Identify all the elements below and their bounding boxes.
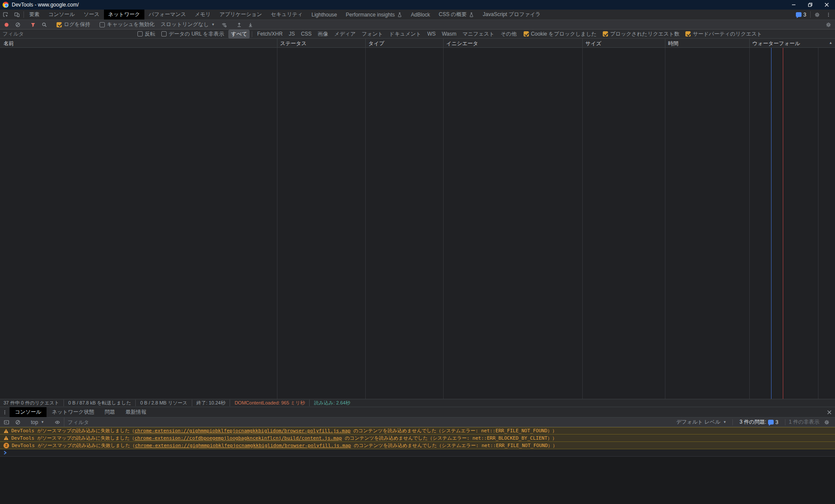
network-filter-input[interactable] xyxy=(3,31,133,37)
column-divider[interactable] xyxy=(443,39,444,47)
source-map-link[interactable]: chrome-extension://cofdbpoegempjloogbagk… xyxy=(134,435,342,441)
issues-counter-button[interactable]: 3 xyxy=(793,10,809,20)
column-header-status[interactable]: ステータス xyxy=(280,40,307,47)
console-warning-row[interactable]: 2 DevTools がソースマップの読み込みに失敗しました（chrome-ex… xyxy=(0,442,835,449)
tab-application[interactable]: アプリケーション xyxy=(215,10,267,20)
tab-bar-right-controls: 3 xyxy=(793,10,835,20)
requests-count: 37 件中 0 件のリクエスト xyxy=(0,400,63,406)
chip-media[interactable]: メディア xyxy=(332,30,358,39)
restore-button[interactable] xyxy=(802,0,818,10)
blocked-requests-checkbox[interactable]: ブロックされたリクエスト数 xyxy=(601,30,681,38)
network-settings-gear-icon[interactable] xyxy=(824,21,833,29)
source-map-link[interactable]: chrome-extension://gighmmpiobklfepjocnam… xyxy=(135,443,351,448)
warning-triangle-icon xyxy=(3,428,9,434)
chip-fetch-xhr[interactable]: Fetch/XHR xyxy=(254,30,285,38)
disable-cache-checkbox[interactable]: キャッシュを無効化 xyxy=(98,21,157,28)
record-network-log-button[interactable] xyxy=(2,21,11,29)
tab-network[interactable]: ネットワーク xyxy=(104,10,144,20)
chip-ws[interactable]: WS xyxy=(425,30,438,38)
chip-manifest[interactable]: マニフェスト xyxy=(460,30,497,39)
title-bar: DevTools - www.google.com/ xyxy=(0,0,835,10)
throttling-dropdown[interactable]: スロットリングなし ▼ xyxy=(158,21,217,28)
console-warning-row[interactable]: DevTools がソースマップの読み込みに失敗しました（chrome-exte… xyxy=(0,427,835,434)
close-drawer-icon[interactable] xyxy=(824,407,835,417)
drawer-tab-console[interactable]: コンソール xyxy=(10,407,47,417)
invert-filter-checkbox[interactable]: 反転 xyxy=(136,30,157,38)
clear-console-icon[interactable] xyxy=(13,418,23,426)
hide-data-urls-checkbox[interactable]: データの URL を非表示 xyxy=(160,30,226,38)
chip-font[interactable]: フォント xyxy=(359,30,386,39)
minimize-button[interactable] xyxy=(785,0,802,10)
experiment-flask-icon xyxy=(397,12,402,17)
tab-lighthouse[interactable]: Lighthouse xyxy=(307,10,341,20)
chip-wasm[interactable]: Wasm xyxy=(439,30,459,38)
inspect-element-icon[interactable] xyxy=(0,10,11,20)
log-level-dropdown[interactable]: デフォルト レベル ▼ xyxy=(674,418,729,426)
blocked-cookies-checkbox[interactable]: Cookie をブロックしました xyxy=(522,30,598,38)
search-icon[interactable] xyxy=(40,21,49,29)
chip-img[interactable]: 画像 xyxy=(315,30,331,39)
tab-elements[interactable]: 要素 xyxy=(25,10,44,20)
tab-performance-insights[interactable]: Performance insights xyxy=(341,10,407,20)
live-expression-eye-icon[interactable] xyxy=(53,418,62,426)
tab-css-overview[interactable]: CSS の概要 xyxy=(434,10,478,20)
drawer-menu-kebab-icon[interactable] xyxy=(0,407,10,417)
column-divider[interactable] xyxy=(582,39,583,47)
divider xyxy=(23,11,24,18)
console-toolbar-right: デフォルト レベル ▼ 3 件の問題: 3 1 件の非表示 xyxy=(674,418,833,427)
console-toolbar: top ▼ デフォルト レベル ▼ 3 件の問題: 3 xyxy=(0,418,835,427)
column-header-size[interactable]: サイズ xyxy=(585,40,601,47)
column-header-time[interactable]: 時間 xyxy=(668,40,678,47)
console-issues-button[interactable]: 3 件の問題: 3 xyxy=(736,418,781,426)
tab-performance[interactable]: パフォーマンス xyxy=(144,10,190,20)
settings-gear-icon[interactable] xyxy=(812,10,823,20)
console-sidebar-toggle-icon[interactable] xyxy=(2,418,11,426)
console-empty-area[interactable] xyxy=(0,457,835,504)
hidden-messages-count[interactable]: 1 件の非表示 xyxy=(789,418,819,426)
message-text: DevTools がソースマップの読み込みに失敗しました（chrome-exte… xyxy=(11,435,557,441)
more-options-kebab-icon[interactable] xyxy=(823,10,834,20)
tab-memory[interactable]: メモリ xyxy=(190,10,215,20)
column-header-name[interactable]: 名前 xyxy=(3,40,14,47)
export-har-icon[interactable] xyxy=(246,21,255,29)
network-request-list[interactable] xyxy=(0,48,835,399)
column-header-type[interactable]: タイプ xyxy=(368,40,384,47)
filter-funnel-icon[interactable] xyxy=(28,21,38,29)
source-map-link[interactable]: chrome-extension://gighmmpiobklfepjocnam… xyxy=(134,428,351,434)
third-party-requests-checkbox[interactable]: サードパーティのリクエスト xyxy=(684,30,764,38)
drawer-tab-issues[interactable]: 問題 xyxy=(100,407,120,417)
chip-css[interactable]: CSS xyxy=(298,30,314,38)
tab-javascript-profiler[interactable]: JavaScript プロファイラ xyxy=(478,10,545,20)
drawer-tab-network-conditions[interactable]: ネットワーク状態 xyxy=(47,407,99,417)
column-divider[interactable] xyxy=(277,39,277,47)
column-divider[interactable] xyxy=(665,39,665,47)
preserve-log-checkbox[interactable]: ログを保持 xyxy=(55,21,92,28)
chip-js[interactable]: JS xyxy=(286,30,297,38)
tab-security[interactable]: セキュリティ xyxy=(267,10,307,20)
console-filter-input[interactable] xyxy=(68,419,672,425)
console-prompt[interactable] xyxy=(0,449,835,457)
column-divider[interactable] xyxy=(365,39,366,47)
chip-other[interactable]: その他 xyxy=(498,30,519,39)
column-divider[interactable] xyxy=(749,39,750,47)
drawer-tab-whats-new[interactable]: 最新情報 xyxy=(120,407,152,417)
close-button[interactable] xyxy=(818,0,835,10)
chip-all[interactable]: すべて xyxy=(228,30,250,39)
load-time: 読み込み: 2.64秒 xyxy=(309,400,354,406)
column-header-initiator[interactable]: イニシエータ xyxy=(446,40,478,47)
network-conditions-icon[interactable] xyxy=(219,21,229,29)
console-warning-row[interactable]: DevTools がソースマップの読み込みに失敗しました（chrome-exte… xyxy=(0,434,835,442)
waterfall-domcontentloaded-line xyxy=(771,48,772,399)
device-toolbar-icon[interactable] xyxy=(11,10,23,20)
sort-ascending-icon[interactable]: ▲ xyxy=(829,41,832,45)
tab-console[interactable]: コンソール xyxy=(44,10,79,20)
import-har-icon[interactable] xyxy=(234,21,244,29)
javascript-context-dropdown[interactable]: top ▼ xyxy=(28,419,47,425)
clear-network-log-button[interactable] xyxy=(13,21,23,29)
console-messages: DevTools がソースマップの読み込みに失敗しました（chrome-exte… xyxy=(0,427,835,449)
column-header-waterfall[interactable]: ウォーターフォール xyxy=(752,40,800,47)
tab-sources[interactable]: ソース xyxy=(79,10,104,20)
tab-adblock[interactable]: AdBlock xyxy=(407,10,434,20)
console-settings-gear-icon[interactable] xyxy=(822,418,832,426)
chip-doc[interactable]: ドキュメント xyxy=(387,30,424,39)
